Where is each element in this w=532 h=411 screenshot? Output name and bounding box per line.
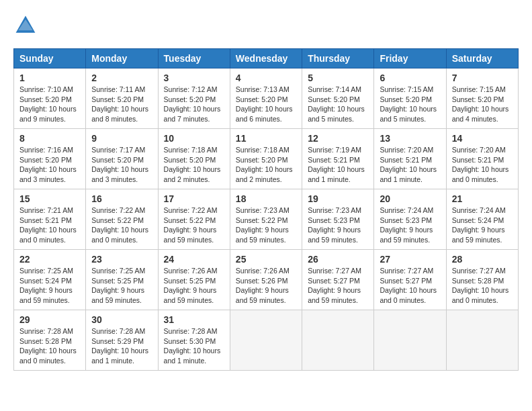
day-info: Sunrise: 7:27 AMSunset: 5:27 PMDaylight:… [380,267,437,304]
day-info: Sunrise: 7:22 AMSunset: 5:22 PMDaylight:… [164,206,218,244]
day-number: 3 [164,73,224,83]
day-info: Sunrise: 7:27 AMSunset: 5:28 PMDaylight:… [452,267,509,304]
day-info: Sunrise: 7:26 AMSunset: 5:25 PMDaylight:… [164,267,218,304]
calendar-header-row: SundayMondayTuesdayWednesdayThursdayFrid… [14,49,519,68]
calendar-day-cell: 2 Sunrise: 7:11 AMSunset: 5:20 PMDayligh… [86,68,158,129]
calendar-day-cell: 26 Sunrise: 7:27 AMSunset: 5:27 PMDaylig… [302,250,374,310]
day-number: 25 [236,254,296,265]
day-info: Sunrise: 7:15 AMSunset: 5:20 PMDaylight:… [380,85,437,123]
day-number: 14 [452,133,513,144]
day-number: 30 [91,314,152,325]
calendar-day-cell [374,310,446,371]
calendar-day-cell [302,310,374,371]
calendar-day-cell: 11 Sunrise: 7:18 AMSunset: 5:20 PMDaylig… [230,129,302,189]
calendar-day-cell: 5 Sunrise: 7:14 AMSunset: 5:20 PMDayligh… [302,68,374,129]
calendar-week-row: 22 Sunrise: 7:25 AMSunset: 5:24 PMDaylig… [14,250,519,310]
day-number: 27 [380,254,440,265]
calendar-day-cell: 31 Sunrise: 7:28 AMSunset: 5:30 PMDaylig… [158,310,230,371]
calendar-header-monday: Monday [86,49,158,68]
calendar-week-row: 15 Sunrise: 7:21 AMSunset: 5:21 PMDaylig… [14,189,519,250]
calendar-day-cell: 21 Sunrise: 7:24 AMSunset: 5:24 PMDaylig… [446,189,518,250]
day-number: 2 [91,73,152,83]
calendar-week-row: 29 Sunrise: 7:28 AMSunset: 5:28 PMDaylig… [14,310,519,371]
day-info: Sunrise: 7:24 AMSunset: 5:23 PMDaylight:… [380,206,433,244]
calendar-header-tuesday: Tuesday [158,49,230,68]
day-info: Sunrise: 7:24 AMSunset: 5:24 PMDaylight:… [452,206,506,244]
calendar-day-cell: 24 Sunrise: 7:26 AMSunset: 5:25 PMDaylig… [158,250,230,310]
day-number: 24 [164,254,224,265]
day-number: 21 [452,193,513,204]
calendar-day-cell: 23 Sunrise: 7:25 AMSunset: 5:25 PMDaylig… [86,250,158,310]
day-number: 9 [91,133,152,144]
day-number: 22 [19,254,80,265]
day-number: 6 [380,73,440,83]
day-info: Sunrise: 7:28 AMSunset: 5:29 PMDaylight:… [91,327,148,365]
day-number: 8 [19,133,80,144]
calendar-day-cell: 19 Sunrise: 7:23 AMSunset: 5:23 PMDaylig… [302,189,374,250]
day-number: 23 [91,254,152,265]
day-info: Sunrise: 7:25 AMSunset: 5:25 PMDaylight:… [91,267,145,304]
calendar-header-thursday: Thursday [302,49,374,68]
calendar-day-cell: 27 Sunrise: 7:27 AMSunset: 5:27 PMDaylig… [374,250,446,310]
calendar-day-cell: 13 Sunrise: 7:20 AMSunset: 5:21 PMDaylig… [374,129,446,189]
day-number: 5 [308,73,368,83]
calendar-header-friday: Friday [374,49,446,68]
day-info: Sunrise: 7:17 AMSunset: 5:20 PMDaylight:… [91,146,148,183]
day-info: Sunrise: 7:18 AMSunset: 5:20 PMDaylight:… [164,146,221,183]
calendar-week-row: 8 Sunrise: 7:16 AMSunset: 5:20 PMDayligh… [14,129,519,189]
calendar-day-cell: 1 Sunrise: 7:10 AMSunset: 5:20 PMDayligh… [14,68,86,129]
calendar-week-row: 1 Sunrise: 7:10 AMSunset: 5:20 PMDayligh… [14,68,519,129]
calendar-day-cell: 17 Sunrise: 7:22 AMSunset: 5:22 PMDaylig… [158,189,230,250]
day-number: 19 [308,193,368,204]
day-info: Sunrise: 7:23 AMSunset: 5:23 PMDaylight:… [308,206,361,244]
day-info: Sunrise: 7:27 AMSunset: 5:27 PMDaylight:… [308,267,361,304]
day-number: 7 [452,73,513,83]
calendar-day-cell: 28 Sunrise: 7:27 AMSunset: 5:28 PMDaylig… [446,250,518,310]
calendar-day-cell: 25 Sunrise: 7:26 AMSunset: 5:26 PMDaylig… [230,250,302,310]
day-info: Sunrise: 7:19 AMSunset: 5:21 PMDaylight:… [308,146,365,183]
page-header [13,13,519,38]
calendar-header-wednesday: Wednesday [230,49,302,68]
day-info: Sunrise: 7:20 AMSunset: 5:21 PMDaylight:… [380,146,437,183]
calendar-day-cell: 3 Sunrise: 7:12 AMSunset: 5:20 PMDayligh… [158,68,230,129]
day-number: 31 [164,314,224,325]
day-info: Sunrise: 7:13 AMSunset: 5:20 PMDaylight:… [236,85,293,123]
day-info: Sunrise: 7:10 AMSunset: 5:20 PMDaylight:… [19,85,77,123]
day-number: 13 [380,133,440,144]
day-number: 20 [380,193,440,204]
day-number: 26 [308,254,368,265]
day-info: Sunrise: 7:16 AMSunset: 5:20 PMDaylight:… [19,146,77,183]
day-info: Sunrise: 7:15 AMSunset: 5:20 PMDaylight:… [452,85,509,123]
calendar-day-cell: 30 Sunrise: 7:28 AMSunset: 5:29 PMDaylig… [86,310,158,371]
day-number: 12 [308,133,368,144]
day-number: 11 [236,133,296,144]
calendar-day-cell: 10 Sunrise: 7:18 AMSunset: 5:20 PMDaylig… [158,129,230,189]
calendar-day-cell: 9 Sunrise: 7:17 AMSunset: 5:20 PMDayligh… [86,129,158,189]
logo-icon [13,13,38,38]
day-info: Sunrise: 7:18 AMSunset: 5:20 PMDaylight:… [236,146,293,183]
calendar-day-cell: 18 Sunrise: 7:23 AMSunset: 5:22 PMDaylig… [230,189,302,250]
day-number: 29 [19,314,80,325]
calendar-day-cell: 16 Sunrise: 7:22 AMSunset: 5:22 PMDaylig… [86,189,158,250]
day-info: Sunrise: 7:14 AMSunset: 5:20 PMDaylight:… [308,85,365,123]
day-info: Sunrise: 7:28 AMSunset: 5:28 PMDaylight:… [19,327,77,365]
calendar-day-cell: 22 Sunrise: 7:25 AMSunset: 5:24 PMDaylig… [14,250,86,310]
day-info: Sunrise: 7:12 AMSunset: 5:20 PMDaylight:… [164,85,221,123]
calendar-day-cell: 4 Sunrise: 7:13 AMSunset: 5:20 PMDayligh… [230,68,302,129]
day-info: Sunrise: 7:20 AMSunset: 5:21 PMDaylight:… [452,146,509,183]
day-number: 10 [164,133,224,144]
day-number: 4 [236,73,296,83]
calendar-day-cell: 20 Sunrise: 7:24 AMSunset: 5:23 PMDaylig… [374,189,446,250]
day-number: 18 [236,193,296,204]
day-info: Sunrise: 7:25 AMSunset: 5:24 PMDaylight:… [19,267,73,304]
logo [13,13,40,38]
day-number: 28 [452,254,513,265]
day-info: Sunrise: 7:28 AMSunset: 5:30 PMDaylight:… [164,327,221,365]
day-info: Sunrise: 7:26 AMSunset: 5:26 PMDaylight:… [236,267,290,304]
day-number: 1 [19,73,80,83]
calendar-day-cell: 8 Sunrise: 7:16 AMSunset: 5:20 PMDayligh… [14,129,86,189]
calendar-day-cell: 29 Sunrise: 7:28 AMSunset: 5:28 PMDaylig… [14,310,86,371]
calendar-day-cell [230,310,302,371]
calendar-day-cell: 15 Sunrise: 7:21 AMSunset: 5:21 PMDaylig… [14,189,86,250]
calendar-day-cell: 12 Sunrise: 7:19 AMSunset: 5:21 PMDaylig… [302,129,374,189]
